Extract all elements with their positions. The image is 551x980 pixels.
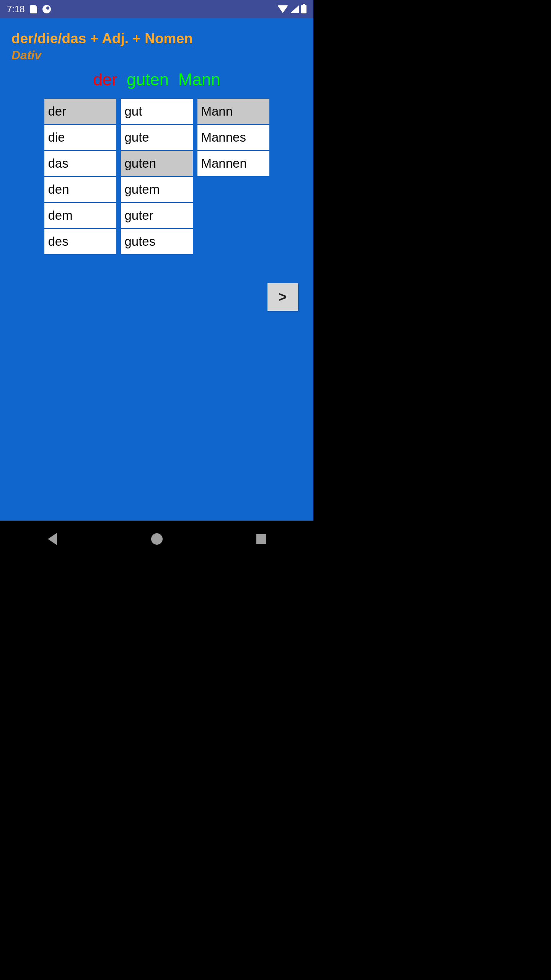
article-option[interactable]: der <box>44 98 117 124</box>
article-option[interactable]: das <box>44 150 117 176</box>
next-button[interactable]: > <box>267 283 298 311</box>
signal-icon <box>290 5 299 13</box>
wifi-icon <box>277 5 288 13</box>
article-option[interactable]: des <box>44 229 117 255</box>
main-content: der/die/das + Adj. + Nomen Dativ der gut… <box>0 18 313 521</box>
adjective-option[interactable]: gut <box>121 98 193 124</box>
noun-option[interactable]: Mann <box>197 98 270 124</box>
status-right <box>277 5 306 13</box>
article-column: derdiedasdendemdes <box>44 98 117 255</box>
app-status-icon <box>42 5 51 13</box>
page-subtitle: Dativ <box>11 48 302 62</box>
nav-back-button[interactable] <box>46 532 59 546</box>
noun-option[interactable]: Mannen <box>197 150 270 176</box>
navigation-bar <box>0 521 313 557</box>
nav-recent-button[interactable] <box>254 532 268 546</box>
adjective-option[interactable]: gutes <box>121 229 193 255</box>
adjective-option[interactable]: gute <box>121 124 193 150</box>
recent-icon <box>256 534 266 544</box>
adjective-column: gutgutegutengutemgutergutes <box>121 98 193 255</box>
back-icon <box>48 533 57 545</box>
answer-adjective: guten <box>127 70 169 89</box>
nav-home-button[interactable] <box>150 532 164 546</box>
status-bar: 7:18 <box>0 0 313 18</box>
article-option[interactable]: dem <box>44 203 117 229</box>
answer-noun: Mann <box>178 70 220 89</box>
adjective-option[interactable]: gutem <box>121 176 193 203</box>
status-time: 7:18 <box>7 4 25 15</box>
answer-display: der guten Mann <box>11 70 302 89</box>
answer-article: der <box>93 70 117 89</box>
home-icon <box>151 533 163 545</box>
options-grid: derdiedasdendemdes gutgutegutengutemgute… <box>11 98 302 255</box>
battery-icon <box>301 5 306 13</box>
noun-option[interactable]: Mannes <box>197 124 270 150</box>
article-option[interactable]: den <box>44 176 117 203</box>
status-left: 7:18 <box>7 4 51 15</box>
page-title: der/die/das + Adj. + Nomen <box>11 31 302 47</box>
sd-card-icon <box>30 5 37 13</box>
adjective-option[interactable]: guten <box>121 150 193 176</box>
noun-column: MannMannesMannen <box>197 98 270 255</box>
article-option[interactable]: die <box>44 124 117 150</box>
adjective-option[interactable]: guter <box>121 203 193 229</box>
